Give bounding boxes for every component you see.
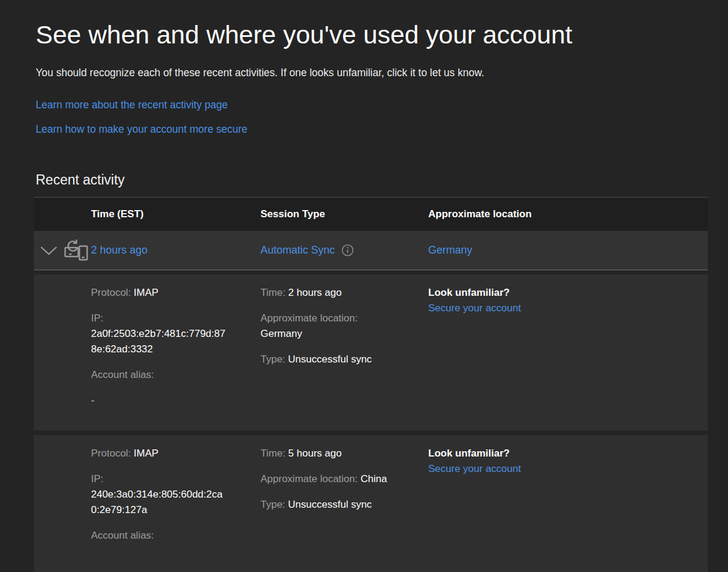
- recent-activity-table: Time (EST) Session Type Approximate loca…: [34, 197, 708, 572]
- secure-your-account-link[interactable]: Secure your account: [428, 461, 690, 477]
- location-label: Approximate location:: [261, 473, 357, 485]
- protocol-field: Protocol: IMAP: [91, 285, 229, 301]
- type-value: Unsuccessful sync: [288, 499, 372, 510]
- sync-devices-icon: [64, 239, 89, 262]
- column-header-location: Approximate location: [428, 208, 708, 220]
- ip-label: IP:: [91, 312, 103, 324]
- account-alias-label: Account alias:: [91, 530, 154, 541]
- protocol-value: IMAP: [134, 287, 159, 298]
- protocol-field: Protocol: IMAP: [91, 446, 229, 461]
- intro-text: You should recognize each of these recen…: [36, 67, 728, 79]
- time-value: 2 hours ago: [288, 287, 342, 298]
- time-value: 5 hours ago: [288, 448, 342, 459]
- location-label: Approximate location:: [261, 312, 357, 324]
- recent-activity-page: See when and where you've used your acco…: [0, 18, 728, 572]
- summary-session-type-link[interactable]: Automatic Sync: [261, 244, 335, 257]
- type-value: Unsuccessful sync: [288, 354, 372, 365]
- ip-field: IP:2a0f:2503:e2b7:481c:779d:878e:62ad:33…: [91, 311, 229, 357]
- info-icon[interactable]: [341, 244, 354, 257]
- learn-secure-account-link[interactable]: Learn how to make your account more secu…: [36, 123, 728, 136]
- type-label: Type:: [261, 499, 285, 510]
- ip-value: 240e:3a0:314e:805:60dd:2ca0:2e79:127a: [91, 489, 222, 515]
- type-field: Type: Unsuccessful sync: [261, 352, 400, 367]
- time-label: Time:: [261, 448, 285, 459]
- account-alias-value: -: [91, 393, 229, 408]
- protocol-label: Protocol:: [91, 448, 131, 459]
- time-field: Time: 5 hours ago: [261, 446, 400, 461]
- chevron-down-icon[interactable]: [40, 246, 58, 256]
- page-title: See when and where you've used your acco…: [36, 18, 728, 51]
- type-field: Type: Unsuccessful sync: [261, 497, 400, 512]
- column-header-time: Time (EST): [91, 208, 261, 220]
- learn-more-activity-link[interactable]: Learn more about the recent activity pag…: [36, 99, 728, 111]
- location-value: Germany: [261, 328, 302, 339]
- location-field: Approximate location: Germany: [261, 311, 400, 342]
- time-field: Time: 2 hours ago: [261, 285, 400, 301]
- ip-field: IP:240e:3a0:314e:805:60dd:2ca0:2e79:127a: [91, 471, 229, 518]
- location-field: Approximate location: China: [261, 471, 400, 487]
- ip-label: IP:: [91, 473, 103, 485]
- secure-your-account-link[interactable]: Secure your account: [428, 301, 690, 316]
- summary-location-link[interactable]: Germany: [428, 244, 472, 256]
- protocol-label: Protocol:: [91, 287, 131, 298]
- account-alias-field: Account alias:: [91, 528, 229, 543]
- activity-detail-panel: Protocol: IMAP IP:240e:3a0:314e:805:60dd…: [34, 435, 708, 572]
- account-alias-label: Account alias:: [91, 369, 154, 380]
- activity-detail-panel: Protocol: IMAP IP:2a0f:2503:e2b7:481c:77…: [34, 274, 708, 430]
- account-alias-field: Account alias:: [91, 367, 229, 383]
- look-unfamiliar-text: Look unfamiliar?: [428, 448, 510, 459]
- summary-time-link[interactable]: 2 hours ago: [91, 244, 148, 256]
- activity-summary-row[interactable]: 2 hours ago Automatic Sync Germany: [34, 231, 708, 270]
- section-title: Recent activity: [36, 171, 728, 188]
- column-header-session-type: Session Type: [261, 208, 428, 220]
- table-header-row: Time (EST) Session Type Approximate loca…: [34, 198, 708, 231]
- ip-value: 2a0f:2503:e2b7:481c:779d:878e:62ad:3332: [91, 328, 225, 355]
- look-unfamiliar-text: Look unfamiliar?: [428, 287, 510, 298]
- location-value: China: [360, 473, 387, 485]
- protocol-value: IMAP: [134, 448, 159, 459]
- time-label: Time:: [261, 287, 285, 298]
- type-label: Type:: [261, 354, 285, 365]
